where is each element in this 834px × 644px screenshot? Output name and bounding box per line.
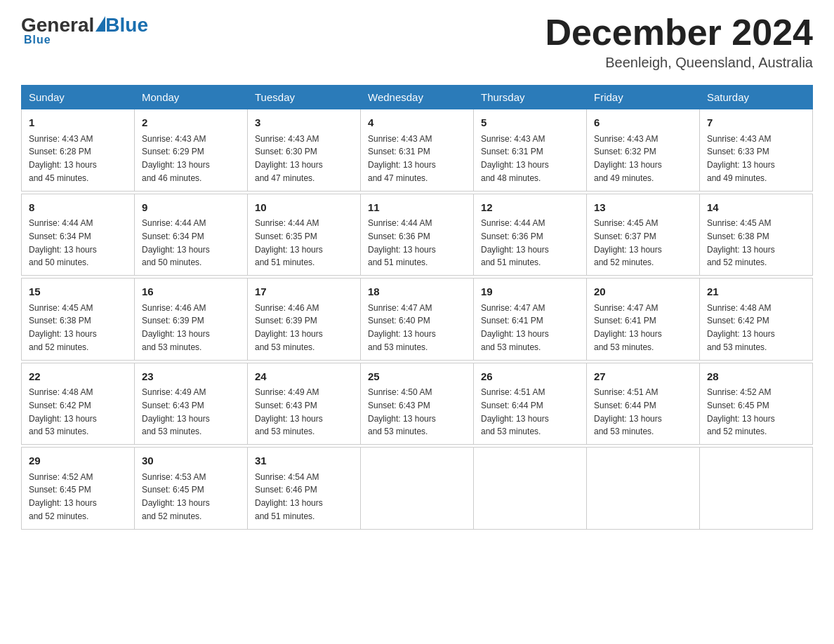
day-info: Sunrise: 4:48 AMSunset: 6:42 PMDaylight:… (29, 387, 97, 436)
calendar-week-row-4: 22 Sunrise: 4:48 AMSunset: 6:42 PMDaylig… (22, 363, 813, 445)
day-number: 17 (255, 284, 353, 300)
day-number: 16 (142, 284, 240, 300)
day-number: 1 (29, 115, 127, 131)
calendar-cell (700, 448, 813, 530)
day-info: Sunrise: 4:51 AMSunset: 6:44 PMDaylight:… (594, 387, 662, 436)
day-number: 23 (142, 369, 240, 385)
day-number: 5 (481, 115, 579, 131)
day-number: 3 (255, 115, 353, 131)
day-number: 7 (707, 115, 805, 131)
title-area: December 2024 Beenleigh, Queensland, Aus… (545, 14, 813, 71)
calendar-cell: 23 Sunrise: 4:49 AMSunset: 6:43 PMDaylig… (135, 363, 248, 445)
day-info: Sunrise: 4:44 AMSunset: 6:36 PMDaylight:… (481, 218, 549, 267)
header-wednesday: Wednesday (361, 86, 474, 109)
day-number: 31 (255, 453, 353, 469)
day-info: Sunrise: 4:44 AMSunset: 6:35 PMDaylight:… (255, 218, 323, 267)
day-number: 26 (481, 369, 579, 385)
day-number: 4 (368, 115, 466, 131)
calendar-cell: 11 Sunrise: 4:44 AMSunset: 6:36 PMDaylig… (361, 194, 474, 276)
header-friday: Friday (587, 86, 700, 109)
day-number: 19 (481, 284, 579, 300)
day-info: Sunrise: 4:53 AMSunset: 6:45 PMDaylight:… (142, 472, 210, 521)
calendar-cell: 29 Sunrise: 4:52 AMSunset: 6:45 PMDaylig… (22, 448, 135, 530)
day-number: 10 (255, 200, 353, 216)
day-number: 18 (368, 284, 466, 300)
day-info: Sunrise: 4:46 AMSunset: 6:39 PMDaylight:… (142, 303, 210, 352)
calendar-cell: 26 Sunrise: 4:51 AMSunset: 6:44 PMDaylig… (474, 363, 587, 445)
calendar-cell: 17 Sunrise: 4:46 AMSunset: 6:39 PMDaylig… (248, 279, 361, 361)
calendar-cell: 2 Sunrise: 4:43 AMSunset: 6:29 PMDayligh… (135, 109, 248, 192)
day-info: Sunrise: 4:45 AMSunset: 6:38 PMDaylight:… (707, 218, 775, 267)
calendar-week-row-5: 29 Sunrise: 4:52 AMSunset: 6:45 PMDaylig… (22, 448, 813, 530)
day-number: 12 (481, 200, 579, 216)
calendar-cell: 14 Sunrise: 4:45 AMSunset: 6:38 PMDaylig… (700, 194, 813, 276)
calendar-cell: 25 Sunrise: 4:50 AMSunset: 6:43 PMDaylig… (361, 363, 474, 445)
day-info: Sunrise: 4:52 AMSunset: 6:45 PMDaylight:… (29, 472, 97, 521)
day-info: Sunrise: 4:49 AMSunset: 6:43 PMDaylight:… (255, 387, 323, 436)
day-number: 14 (707, 200, 805, 216)
page-header: General Blue Blue December 2024 Beenleig… (21, 14, 813, 71)
header-thursday: Thursday (474, 86, 587, 109)
calendar-cell: 1 Sunrise: 4:43 AMSunset: 6:28 PMDayligh… (22, 109, 135, 192)
logo: General Blue Blue (21, 14, 148, 46)
day-info: Sunrise: 4:44 AMSunset: 6:34 PMDaylight:… (29, 218, 97, 267)
day-info: Sunrise: 4:43 AMSunset: 6:32 PMDaylight:… (594, 134, 662, 183)
calendar-table: Sunday Monday Tuesday Wednesday Thursday… (21, 85, 813, 530)
calendar-cell: 13 Sunrise: 4:45 AMSunset: 6:37 PMDaylig… (587, 194, 700, 276)
calendar-cell: 31 Sunrise: 4:54 AMSunset: 6:46 PMDaylig… (248, 448, 361, 530)
day-info: Sunrise: 4:54 AMSunset: 6:46 PMDaylight:… (255, 472, 323, 521)
calendar-cell: 9 Sunrise: 4:44 AMSunset: 6:34 PMDayligh… (135, 194, 248, 276)
day-number: 25 (368, 369, 466, 385)
day-number: 24 (255, 369, 353, 385)
day-number: 27 (594, 369, 692, 385)
day-info: Sunrise: 4:50 AMSunset: 6:43 PMDaylight:… (368, 387, 436, 436)
day-number: 29 (29, 453, 127, 469)
calendar-cell: 16 Sunrise: 4:46 AMSunset: 6:39 PMDaylig… (135, 279, 248, 361)
header-tuesday: Tuesday (248, 86, 361, 109)
calendar-cell: 27 Sunrise: 4:51 AMSunset: 6:44 PMDaylig… (587, 363, 700, 445)
day-info: Sunrise: 4:52 AMSunset: 6:45 PMDaylight:… (707, 387, 775, 436)
day-number: 8 (29, 200, 127, 216)
day-info: Sunrise: 4:43 AMSunset: 6:31 PMDaylight:… (481, 134, 549, 183)
calendar-cell: 20 Sunrise: 4:47 AMSunset: 6:41 PMDaylig… (587, 279, 700, 361)
day-info: Sunrise: 4:43 AMSunset: 6:30 PMDaylight:… (255, 134, 323, 183)
day-info: Sunrise: 4:51 AMSunset: 6:44 PMDaylight:… (481, 387, 549, 436)
calendar-cell: 4 Sunrise: 4:43 AMSunset: 6:31 PMDayligh… (361, 109, 474, 192)
calendar-cell: 3 Sunrise: 4:43 AMSunset: 6:30 PMDayligh… (248, 109, 361, 192)
calendar-cell: 6 Sunrise: 4:43 AMSunset: 6:32 PMDayligh… (587, 109, 700, 192)
day-number: 20 (594, 284, 692, 300)
calendar-cell (361, 448, 474, 530)
day-info: Sunrise: 4:43 AMSunset: 6:29 PMDaylight:… (142, 134, 210, 183)
calendar-cell: 7 Sunrise: 4:43 AMSunset: 6:33 PMDayligh… (700, 109, 813, 192)
calendar-cell (587, 448, 700, 530)
month-title: December 2024 (545, 14, 813, 51)
day-info: Sunrise: 4:43 AMSunset: 6:31 PMDaylight:… (368, 134, 436, 183)
day-info: Sunrise: 4:44 AMSunset: 6:36 PMDaylight:… (368, 218, 436, 267)
day-info: Sunrise: 4:47 AMSunset: 6:41 PMDaylight:… (594, 303, 662, 352)
calendar-cell: 10 Sunrise: 4:44 AMSunset: 6:35 PMDaylig… (248, 194, 361, 276)
calendar-cell: 15 Sunrise: 4:45 AMSunset: 6:38 PMDaylig… (22, 279, 135, 361)
day-number: 2 (142, 115, 240, 131)
day-info: Sunrise: 4:48 AMSunset: 6:42 PMDaylight:… (707, 303, 775, 352)
calendar-week-row-3: 15 Sunrise: 4:45 AMSunset: 6:38 PMDaylig… (22, 279, 813, 361)
calendar-cell: 24 Sunrise: 4:49 AMSunset: 6:43 PMDaylig… (248, 363, 361, 445)
day-number: 6 (594, 115, 692, 131)
day-info: Sunrise: 4:43 AMSunset: 6:33 PMDaylight:… (707, 134, 775, 183)
calendar-cell (474, 448, 587, 530)
day-info: Sunrise: 4:49 AMSunset: 6:43 PMDaylight:… (142, 387, 210, 436)
day-number: 22 (29, 369, 127, 385)
header-saturday: Saturday (700, 86, 813, 109)
header-monday: Monday (135, 86, 248, 109)
day-number: 11 (368, 200, 466, 216)
calendar-week-row-1: 1 Sunrise: 4:43 AMSunset: 6:28 PMDayligh… (22, 109, 813, 192)
logo-blue-text: Blue (105, 14, 148, 36)
calendar-cell: 19 Sunrise: 4:47 AMSunset: 6:41 PMDaylig… (474, 279, 587, 361)
day-info: Sunrise: 4:47 AMSunset: 6:41 PMDaylight:… (481, 303, 549, 352)
location-title: Beenleigh, Queensland, Australia (545, 55, 813, 71)
calendar-header-row: Sunday Monday Tuesday Wednesday Thursday… (22, 86, 813, 109)
day-number: 13 (594, 200, 692, 216)
logo-underline: Blue (24, 34, 51, 46)
day-info: Sunrise: 4:46 AMSunset: 6:39 PMDaylight:… (255, 303, 323, 352)
day-number: 28 (707, 369, 805, 385)
day-number: 9 (142, 200, 240, 216)
